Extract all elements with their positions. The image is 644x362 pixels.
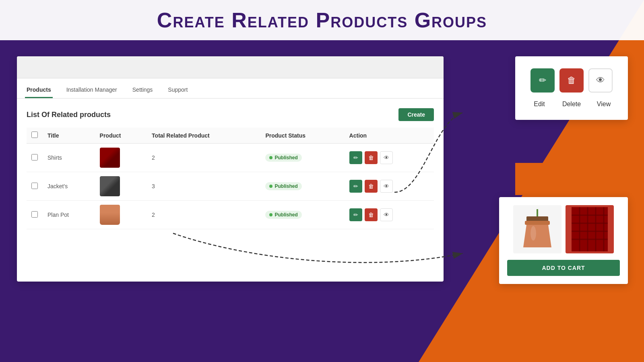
large-view-button[interactable]: 👁	[588, 68, 613, 93]
delete-label: Delete	[559, 101, 584, 108]
add-to-cart-button[interactable]: ADD TO CART	[507, 260, 620, 276]
row-product-img	[95, 144, 147, 172]
tab-settings[interactable]: Settings	[131, 82, 155, 98]
jacket-image	[100, 176, 120, 196]
tab-products[interactable]: Products	[25, 82, 53, 98]
action-buttons: ✏ 🗑 👁	[349, 208, 429, 221]
status-badge: Published	[265, 182, 301, 190]
col-product: Product	[95, 128, 147, 144]
large-delete-button[interactable]: 🗑	[559, 68, 584, 93]
row-checkbox-cell	[27, 201, 43, 229]
row-status: Published	[260, 201, 344, 229]
delete-button[interactable]: 🗑	[365, 208, 378, 221]
col-total-related: Total Related Product	[147, 128, 260, 144]
shirt-svg	[572, 207, 608, 251]
pot-svg	[519, 207, 555, 251]
delete-button[interactable]: 🗑	[365, 151, 378, 164]
panel-header	[17, 56, 444, 78]
table-row: Shirts 2 Published	[27, 144, 434, 172]
orange-divider-strip	[515, 163, 628, 195]
tab-installation-manager[interactable]: Installation Manager	[65, 82, 119, 98]
edit-button[interactable]: ✏	[349, 180, 362, 193]
tab-support[interactable]: Support	[166, 82, 189, 98]
view-label: View	[592, 101, 616, 108]
shirt-image	[100, 148, 120, 168]
row-product-img	[95, 172, 147, 201]
table-row: Plan Pot 2 Published	[27, 201, 434, 229]
preview-shirt-img	[566, 205, 614, 253]
row-actions: ✏ 🗑 👁	[345, 172, 434, 201]
preview-pot-img	[513, 205, 561, 253]
col-status: Product Status	[260, 128, 344, 144]
row-checkbox[interactable]	[31, 211, 38, 218]
edit-label: Edit	[527, 101, 551, 108]
action-labels-row: Edit Delete View	[527, 101, 616, 108]
status-badge: Published	[265, 154, 301, 162]
select-all-checkbox[interactable]	[31, 132, 38, 138]
svg-rect-4	[572, 207, 608, 251]
section-header: List Of Related products Create	[27, 108, 434, 121]
row-title: Jacket's	[43, 172, 95, 201]
status-badge: Published	[265, 211, 301, 219]
row-checkbox-cell	[27, 172, 43, 201]
action-buttons: ✏ 🗑 👁	[349, 151, 429, 164]
row-status: Published	[260, 172, 344, 201]
row-checkbox[interactable]	[31, 154, 38, 160]
panel-content: List Of Related products Create Title Pr…	[17, 99, 444, 239]
status-dot	[269, 185, 272, 188]
svg-rect-0	[537, 209, 538, 216]
product-thumbnail	[100, 205, 120, 225]
product-thumbnail	[100, 148, 120, 168]
row-total-related: 2	[147, 144, 260, 172]
products-table: Title Product Total Related Product Prod…	[27, 128, 434, 229]
edit-button[interactable]: ✏	[349, 208, 362, 221]
status-dot	[269, 156, 272, 159]
row-total-related: 2	[147, 201, 260, 229]
section-title: List Of Related products	[27, 111, 111, 119]
edit-button[interactable]: ✏	[349, 151, 362, 164]
row-product-img	[95, 201, 147, 229]
svg-point-3	[530, 226, 536, 241]
preview-products	[507, 205, 620, 253]
view-button[interactable]: 👁	[380, 180, 393, 193]
large-edit-button[interactable]: ✏	[530, 68, 555, 93]
action-buttons: ✏ 🗑 👁	[349, 180, 429, 193]
panel-tabs: Products Installation Manager Settings S…	[17, 78, 444, 99]
status-dot	[269, 213, 272, 216]
row-title: Shirts	[43, 144, 95, 172]
col-title: Title	[43, 128, 95, 144]
row-title: Plan Pot	[43, 201, 95, 229]
row-actions: ✏ 🗑 👁	[345, 201, 434, 229]
create-button[interactable]: Create	[398, 108, 434, 121]
row-checkbox-cell	[27, 144, 43, 172]
pot-image	[100, 205, 120, 225]
table-row: Jacket's 3 Published	[27, 172, 434, 201]
col-checkbox	[27, 128, 43, 144]
row-total-related: 3	[147, 172, 260, 201]
view-button[interactable]: 👁	[380, 151, 393, 164]
row-status: Published	[260, 144, 344, 172]
admin-panel: Products Installation Manager Settings S…	[17, 56, 444, 282]
preview-panel: ADD TO CART	[499, 197, 628, 284]
page-title: Create Related Products Groups	[157, 8, 487, 32]
product-thumbnail	[100, 176, 120, 196]
col-action: Action	[345, 128, 434, 144]
svg-rect-2	[525, 221, 550, 225]
delete-button[interactable]: 🗑	[365, 180, 378, 193]
action-icons-row: ✏ 🗑 👁	[530, 68, 613, 93]
view-button[interactable]: 👁	[380, 208, 393, 221]
row-checkbox[interactable]	[31, 183, 38, 189]
header-banner: Create Related Products Groups	[0, 0, 644, 40]
row-actions: ✏ 🗑 👁	[345, 144, 434, 172]
action-panel: ✏ 🗑 👁 Edit Delete View	[515, 56, 628, 120]
